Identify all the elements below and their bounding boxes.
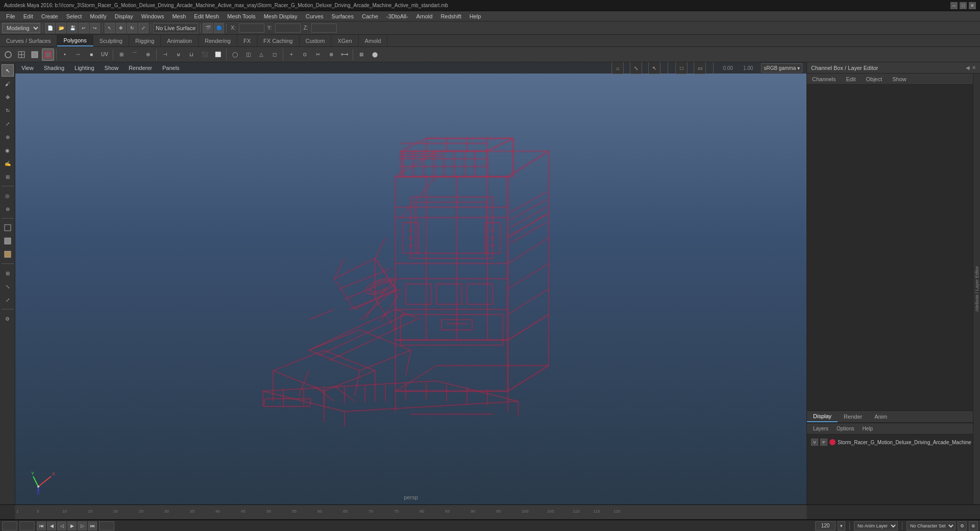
combine-btn[interactable]: ⊎ bbox=[172, 49, 184, 61]
char-set-options-btn[interactable]: ⚙ bbox=[958, 521, 967, 530]
prev-frame-btn[interactable]: ◀ bbox=[47, 521, 56, 530]
redo-button[interactable]: ↪ bbox=[90, 23, 100, 33]
smooth-btn[interactable]: ◯ bbox=[229, 49, 241, 61]
menu-mesh-tools[interactable]: Mesh Tools bbox=[223, 12, 259, 20]
object-mode-btn[interactable] bbox=[2, 49, 14, 61]
menu-3dtoall[interactable]: -3DtoAll- bbox=[382, 12, 412, 20]
coord-y-input[interactable] bbox=[275, 23, 301, 33]
range-start-input[interactable]: 1 bbox=[2, 521, 17, 530]
close-button[interactable]: ✕ bbox=[969, 2, 976, 9]
tab-sculpting[interactable]: Sculpting bbox=[93, 35, 129, 46]
tab-custom[interactable]: Custom bbox=[300, 35, 332, 46]
rb-tab-anim[interactable]: Anim bbox=[868, 411, 893, 422]
subdiv-btn[interactable]: ◫ bbox=[242, 49, 254, 61]
edge-btn[interactable]: ─ bbox=[72, 49, 84, 61]
rb-tab-display[interactable]: Display bbox=[807, 411, 838, 422]
rotate-tool-button[interactable]: ↻ bbox=[127, 23, 137, 33]
char-set-select[interactable]: No Character Set bbox=[906, 521, 955, 530]
mode-dropdown[interactable]: Modeling bbox=[2, 23, 40, 33]
vp-film-gate[interactable]: ▭ bbox=[694, 62, 706, 74]
vertex-btn[interactable]: • bbox=[59, 49, 71, 61]
connect-btn[interactable]: ⟷ bbox=[338, 49, 351, 61]
cb-tab-edit[interactable]: Edit bbox=[841, 74, 861, 84]
help-tab[interactable]: Help bbox=[860, 425, 875, 432]
menu-mesh-display[interactable]: Mesh Display bbox=[260, 12, 302, 20]
shaded-view-btn[interactable] bbox=[2, 235, 14, 247]
wireframe-view-btn[interactable] bbox=[2, 222, 14, 234]
menu-windows[interactable]: Windows bbox=[137, 12, 168, 20]
menu-create[interactable]: Create bbox=[37, 12, 62, 20]
layer-row[interactable]: V P Storm_Racer_G_Motion_Deluxe_Driving_… bbox=[809, 437, 978, 448]
soft-select-btn[interactable]: ⬤ bbox=[369, 49, 381, 61]
layers-tab[interactable]: Layers bbox=[811, 425, 830, 432]
maximize-button[interactable]: □ bbox=[960, 2, 967, 9]
save-scene-button[interactable]: 💾 bbox=[67, 23, 78, 33]
cb-tab-object[interactable]: Object bbox=[861, 74, 887, 84]
textured-view-btn[interactable] bbox=[2, 248, 14, 260]
move-tool-left[interactable]: ✥ bbox=[2, 91, 14, 103]
panel-close-btn[interactable]: ✕ bbox=[972, 65, 976, 70]
mirror-btn[interactable]: ⊣ bbox=[159, 49, 171, 61]
tool-settings-btn[interactable]: ⚙ bbox=[2, 312, 14, 325]
play-fwd-btn[interactable]: ▶ bbox=[67, 521, 77, 530]
triangulate-btn[interactable]: △ bbox=[255, 49, 267, 61]
tab-polygons[interactable]: Polygons bbox=[57, 35, 93, 46]
options-tab[interactable]: Options bbox=[835, 425, 856, 432]
vp-menu-show[interactable]: Show bbox=[103, 64, 121, 72]
multi-cut-btn[interactable]: ✂ bbox=[312, 49, 324, 61]
goto-end-btn[interactable]: ⏭ bbox=[88, 521, 97, 530]
tab-curves-surfaces[interactable]: Curves / Surfaces bbox=[0, 35, 57, 46]
rotate-tool-left[interactable]: ↻ bbox=[2, 104, 14, 116]
bridge-btn[interactable]: ⬜ bbox=[212, 49, 224, 61]
select-tool-left[interactable]: ↖ bbox=[2, 64, 14, 77]
target-weld-btn[interactable]: ⊗ bbox=[325, 49, 337, 61]
range-end-input[interactable]: 120 bbox=[99, 521, 114, 530]
select-tool-button[interactable]: ↖ bbox=[105, 23, 115, 33]
vp-menu-lighting[interactable]: Lighting bbox=[72, 64, 96, 72]
cb-tab-show[interactable]: Show bbox=[887, 74, 912, 84]
open-scene-button[interactable]: 📂 bbox=[56, 23, 66, 33]
menu-help[interactable]: Help bbox=[465, 12, 485, 20]
coord-x-input[interactable] bbox=[239, 23, 264, 33]
panel-expand-btn[interactable]: ◀ bbox=[966, 65, 970, 70]
vp-menu-renderer[interactable]: Renderer bbox=[127, 64, 154, 72]
menu-modify[interactable]: Modify bbox=[86, 12, 110, 20]
render-button[interactable]: 🎬 bbox=[203, 23, 213, 33]
anim-layer-select[interactable]: No Anim Layer bbox=[854, 521, 898, 530]
next-frame-btn[interactable]: ▷ bbox=[78, 521, 87, 530]
tab-fx[interactable]: FX bbox=[237, 35, 257, 46]
play-back-btn[interactable]: ◁ bbox=[57, 521, 66, 530]
uv-btn[interactable]: UV bbox=[99, 49, 111, 61]
move-tool-button[interactable]: ✥ bbox=[116, 23, 126, 33]
snap-object-btn[interactable]: ◎ bbox=[2, 189, 14, 202]
color-space-dropdown[interactable]: sRGB gamma ▾ bbox=[761, 63, 802, 73]
separate-btn[interactable]: ⊔ bbox=[185, 49, 198, 61]
scale-tool-left[interactable]: ⤢ bbox=[2, 117, 14, 130]
quad-btn[interactable]: ◻ bbox=[268, 49, 281, 61]
vp-cam-fit[interactable]: ⤡ bbox=[630, 62, 642, 74]
new-scene-button[interactable]: 📄 bbox=[45, 23, 55, 33]
wireframe-btn[interactable] bbox=[15, 49, 28, 61]
menu-arnold[interactable]: Arnold bbox=[412, 12, 437, 20]
layer-v-btn[interactable]: V bbox=[811, 439, 818, 446]
menu-file[interactable]: File bbox=[2, 12, 19, 20]
universal-manip-btn[interactable]: ⊕ bbox=[2, 131, 14, 143]
solid-btn[interactable] bbox=[29, 49, 41, 61]
menu-redshift[interactable]: Redshift bbox=[436, 12, 465, 20]
face-btn[interactable]: ■ bbox=[85, 49, 97, 61]
attribute-editor-strip[interactable]: Attribute / Layer Editor bbox=[973, 74, 980, 504]
paint-select-btn[interactable]: 🖌 bbox=[2, 78, 14, 90]
grid-btn[interactable]: ⊞ bbox=[2, 267, 14, 279]
keyframe-btn[interactable]: ⊕ bbox=[969, 521, 978, 530]
frame-selected-btn[interactable]: ⤢ bbox=[2, 294, 14, 306]
goto-start-btn[interactable]: ⏮ bbox=[37, 521, 46, 530]
selection-constraint-btn[interactable]: ⊠ bbox=[355, 49, 368, 61]
fill-hole-btn[interactable]: ⊙ bbox=[299, 49, 311, 61]
menu-select[interactable]: Select bbox=[62, 12, 86, 20]
cb-tab-channels[interactable]: Channels bbox=[807, 74, 841, 84]
vp-cam-home[interactable]: ⌂ bbox=[611, 62, 624, 74]
menu-curves[interactable]: Curves bbox=[302, 12, 328, 20]
menu-edit-mesh[interactable]: Edit Mesh bbox=[190, 12, 223, 20]
tab-rendering[interactable]: Rendering bbox=[199, 35, 237, 46]
coord-z-input[interactable] bbox=[311, 23, 337, 33]
